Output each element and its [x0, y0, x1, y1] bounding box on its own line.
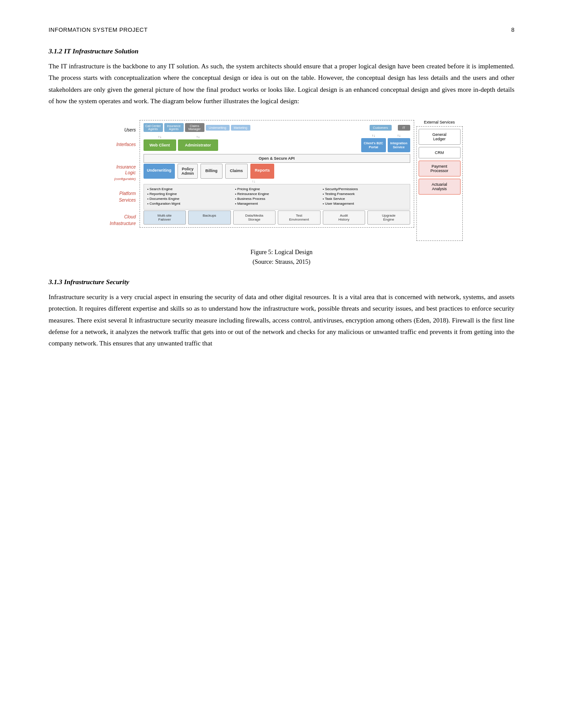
figure-caption: Figure 5: Logical Design: [49, 249, 514, 256]
label-interfaces: Interfaces: [102, 142, 140, 147]
policy-admin-box: PolicyAdmin: [178, 164, 198, 179]
label-cloud: CloudInfrastructure: [102, 214, 140, 227]
clients-portal-box: Client's B2CPortal: [361, 138, 386, 152]
insurance-agents-box: InsuranceAgents: [164, 123, 184, 132]
general-ledger-box: General Ledger: [419, 129, 461, 145]
actuarial-analysis-box: Actuarial Analysis: [419, 179, 461, 195]
external-services-panel: External Services General Ledger CRM Pay…: [416, 120, 463, 241]
crm-box: CRM: [419, 147, 461, 158]
platform-item: Task Service: [323, 197, 406, 201]
platform-item: Search Engine: [147, 187, 231, 191]
integration-service-box: IntegrationService: [388, 138, 410, 152]
external-services-title: External Services: [416, 120, 463, 124]
platform-col-2: Pricing Engine Reinsurance Engine Busine…: [235, 187, 318, 206]
label-users: Users: [102, 128, 140, 132]
customers-box: Customers: [370, 125, 392, 131]
marketing-box: Marketing: [231, 125, 250, 131]
billing-box: Billing: [200, 164, 223, 179]
section-313-body: Infrastructure security is a very crucia…: [49, 291, 514, 349]
platform-item: Business Process: [235, 197, 318, 201]
platform-row: Search Engine Reporting Engine Documents…: [144, 184, 410, 210]
section-312-heading: 3.1.2 IT Infrastructure Solution: [49, 47, 514, 55]
claims-manager-box: ClaimsManager: [185, 123, 204, 132]
test-environment-box: TestEnvironment: [278, 210, 321, 225]
api-bar: Open & Secure API: [144, 154, 410, 163]
underwriting-users-box: Underwriting: [206, 125, 230, 131]
platform-item: Testing Framework: [323, 192, 406, 196]
users-row: Call CenterAgents InsuranceAgents Claims…: [144, 123, 410, 132]
payment-processor-box: Payment Processor: [419, 161, 461, 176]
data-media-storage-box: Data/MediaStorage: [233, 210, 276, 225]
page-header: INFORMATION SYSTEM PROJECT 8: [49, 26, 514, 33]
upgrade-engine-box: UpgradeEngine: [367, 210, 410, 225]
platform-item: Pricing Engine: [235, 187, 318, 191]
platform-item: Documents Engine: [147, 197, 231, 201]
section-313-heading: 3.1.3 Infrastructure Security: [49, 278, 514, 286]
page-number: 8: [511, 26, 514, 33]
document-title: INFORMATION SYSTEM PROJECT: [49, 26, 147, 33]
multi-site-failover-box: Multi-siteFailover: [144, 210, 186, 225]
underwriting-insurance-box: Underwriting: [144, 164, 175, 179]
administrator-box: Administrator: [178, 139, 218, 151]
figure-source: (Source: Strauss, 2015): [49, 259, 514, 266]
platform-item: Reporting Engine: [147, 192, 231, 196]
section-313: 3.1.3 Infrastructure Security Infrastruc…: [49, 278, 514, 349]
interfaces-row: ↑↓ Web Client ↑↓ Administrator ↑↓ Client…: [144, 134, 410, 152]
platform-col-3: Security/Permissions Testing Framework T…: [323, 187, 406, 206]
platform-item: Configuration Mgmt: [147, 202, 231, 206]
platform-item: Security/Permissions: [323, 187, 406, 191]
label-insurance: InsuranceLogic(configurable): [102, 164, 140, 181]
reports-box: Reports: [250, 164, 274, 179]
section-312-body: The IT infrastructure is the backbone to…: [49, 60, 514, 107]
insurance-row: Underwriting PolicyAdmin Billing Claims …: [144, 164, 410, 179]
claims-box: Claims: [225, 164, 248, 179]
platform-item: User Management: [323, 202, 406, 206]
it-box: IT: [398, 125, 410, 131]
section-312: 3.1.2 IT Infrastructure Solution The IT …: [49, 47, 514, 107]
backups-box: Backups: [188, 210, 231, 225]
web-client-box: Web Client: [144, 139, 176, 151]
diagram-labels: Users Interfaces InsuranceLogic(configur…: [101, 120, 140, 229]
platform-col-1: Search Engine Reporting Engine Documents…: [147, 187, 231, 206]
platform-item: Management: [235, 202, 318, 206]
cloud-row: Multi-siteFailover Backups Data/MediaSto…: [144, 210, 410, 225]
diagram-center: Call CenterAgents InsuranceAgents Claims…: [140, 120, 414, 228]
logical-design-diagram: Users Interfaces InsuranceLogic(configur…: [49, 120, 514, 241]
external-services-inner: General Ledger CRM Payment Processor Act…: [416, 126, 463, 241]
label-platform: PlatformServices: [102, 190, 140, 203]
call-center-box: Call CenterAgents: [144, 123, 163, 132]
audit-history-box: AuditHistory: [323, 210, 366, 225]
platform-item: Reinsurance Engine: [235, 192, 318, 196]
